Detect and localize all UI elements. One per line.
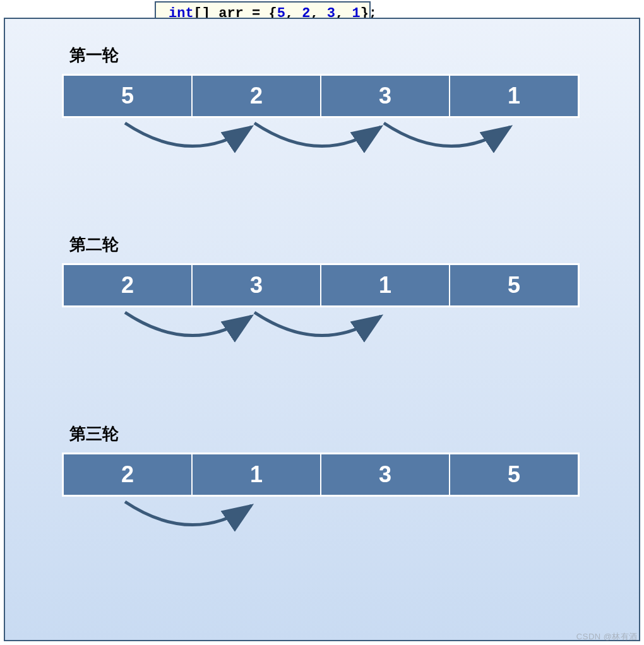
round-3-cell-3: 5 [450,454,578,495]
round-2-cell-1: 3 [193,265,321,305]
round-2-cell-3: 5 [450,265,578,305]
round-1-cell-1: 2 [193,76,321,116]
round-1-label: 第一轮 [69,44,586,66]
round-3-array: 2 1 3 5 [62,453,580,497]
diagram-panel: 第一轮 5 2 3 1 第二轮 2 3 1 5 [4,18,640,641]
round-2-cell-0: 2 [64,265,193,305]
round-2-label: 第二轮 [69,234,586,256]
swap-arrow-icon [125,123,251,146]
round-2: 第二轮 2 3 1 5 [62,234,586,364]
round-1-arrows [62,118,580,175]
swap-arrow-icon [384,123,510,146]
round-2-array: 2 3 1 5 [62,263,580,307]
round-1: 第一轮 5 2 3 1 [62,44,586,175]
round-1-cell-2: 3 [321,76,450,116]
swap-arrow-icon [125,312,251,336]
swap-arrow-icon [254,312,381,336]
round-3: 第三轮 2 1 3 5 [62,423,586,553]
watermark: CSDN @林有酒 [576,631,638,642]
round-2-arrows [62,307,580,364]
round-3-arrows [62,497,580,553]
round-3-label: 第三轮 [69,423,586,445]
round-1-cell-3: 1 [450,76,578,116]
swap-arrow-icon [125,502,251,525]
swap-arrow-icon [254,123,381,146]
round-3-cell-1: 1 [193,454,321,495]
round-1-array: 5 2 3 1 [62,74,580,118]
round-3-cell-0: 2 [64,454,193,495]
round-2-cell-2: 1 [321,265,450,305]
round-3-cell-2: 3 [321,454,450,495]
round-1-cell-0: 5 [64,76,193,116]
